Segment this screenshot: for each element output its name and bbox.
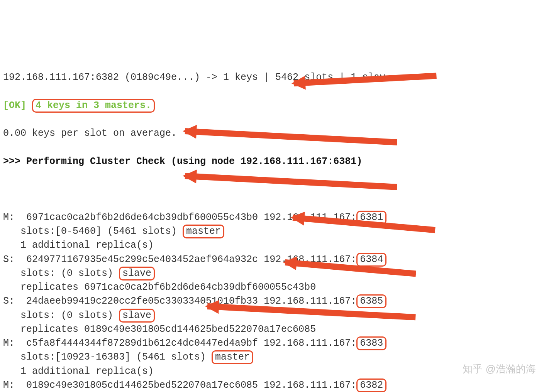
node-extra-line: 1 additional replica(s) bbox=[3, 365, 539, 378]
node-id: 24daeeb99419c220cc2fe05c330334051010fb33 bbox=[26, 296, 258, 307]
arrow-head-icon bbox=[182, 169, 197, 184]
node-address: 192.168.111.167: bbox=[258, 296, 356, 307]
node-role-box: master bbox=[212, 350, 253, 364]
node-id: 6971cac0ca2bf6b2d6de64cb39dbf600055c43b0 bbox=[26, 212, 258, 223]
node-address: 192.168.111.167: bbox=[258, 380, 356, 391]
node-port-box: 6382 bbox=[356, 378, 386, 392]
cluster-check-header: >>> Performing Cluster Check (using node… bbox=[3, 155, 539, 169]
node-address: 192.168.111.167: bbox=[258, 212, 356, 223]
node-port-box: 6383 bbox=[356, 336, 386, 350]
node-slots: slots: (0 slots) bbox=[3, 310, 119, 321]
node-slots-line: slots: (0 slots) slave bbox=[3, 267, 539, 280]
node-header: S: 6249771167935e45c299c5e403452aef964a9… bbox=[3, 253, 539, 267]
cluster-nodes: M: 6971cac0ca2bf6b2d6de64cb39dbf600055c4… bbox=[3, 211, 539, 392]
node-prefix: M: bbox=[3, 380, 26, 391]
ok-prefix: [OK] bbox=[3, 100, 32, 111]
node-header: M: 0189c49e301805cd144625bed522070a17ec6… bbox=[3, 378, 539, 392]
node-port-box: 6381 bbox=[356, 211, 386, 225]
node-prefix: S: bbox=[3, 254, 26, 265]
node-address: 192.168.111.167: bbox=[258, 254, 356, 265]
node-slots: slots: (0 slots) bbox=[3, 268, 119, 279]
summary-avg-line: 0.00 keys per slot on average. bbox=[3, 127, 539, 140]
node-id: c5fa8f4444344f87289d1b612c4dc0447ed4a9bf bbox=[26, 338, 258, 349]
watermark: 知乎 @浩瀚的海 bbox=[463, 362, 536, 377]
node-role-box: slave bbox=[119, 267, 155, 280]
node-slots: slots:[10923-16383] (5461 slots) bbox=[3, 351, 212, 363]
node-extra-line: 1 additional replica(s) bbox=[3, 238, 539, 252]
summary-ip-line: 192.168.111.167:6382 (0189c49e...) -> 1 … bbox=[3, 71, 539, 84]
node-slots-line: slots:[0-5460] (5461 slots) master bbox=[3, 225, 539, 238]
node-prefix: M: bbox=[3, 212, 26, 223]
node-prefix: M: bbox=[3, 338, 26, 349]
node-role-box: slave bbox=[119, 309, 155, 323]
node-slots-line: slots:[10923-16383] (5461 slots) master bbox=[3, 350, 539, 364]
node-port-box: 6385 bbox=[356, 294, 386, 308]
node-extra-line: replicates 6971cac0ca2bf6b2d6de64cb39dbf… bbox=[3, 280, 539, 294]
node-slots-line: slots: (0 slots) slave bbox=[3, 309, 539, 323]
node-extra-line: replicates 0189c49e301805cd144625bed5220… bbox=[3, 323, 539, 336]
node-port-box: 6384 bbox=[356, 253, 386, 267]
ok-msg-box: 4 keys in 3 masters. bbox=[32, 99, 155, 113]
node-address: 192.168.111.167: bbox=[258, 338, 356, 349]
node-header: S: 24daeeb99419c220cc2fe05c330334051010f… bbox=[3, 294, 539, 308]
arrow-shaft bbox=[185, 173, 397, 190]
node-slots: slots:[0-5460] (5461 slots) bbox=[3, 226, 183, 237]
node-header: M: 6971cac0ca2bf6b2d6de64cb39dbf600055c4… bbox=[3, 211, 539, 225]
node-id: 0189c49e301805cd144625bed522070a17ec6085 bbox=[26, 380, 258, 391]
node-id: 6249771167935e45c299c5e403452aef964a932c bbox=[26, 254, 258, 265]
summary-ok-line: [OK] 4 keys in 3 masters. bbox=[3, 99, 539, 113]
node-role-box: master bbox=[183, 225, 224, 238]
node-header: M: c5fa8f4444344f87289d1b612c4dc0447ed4a… bbox=[3, 336, 539, 350]
node-prefix: S: bbox=[3, 296, 26, 307]
